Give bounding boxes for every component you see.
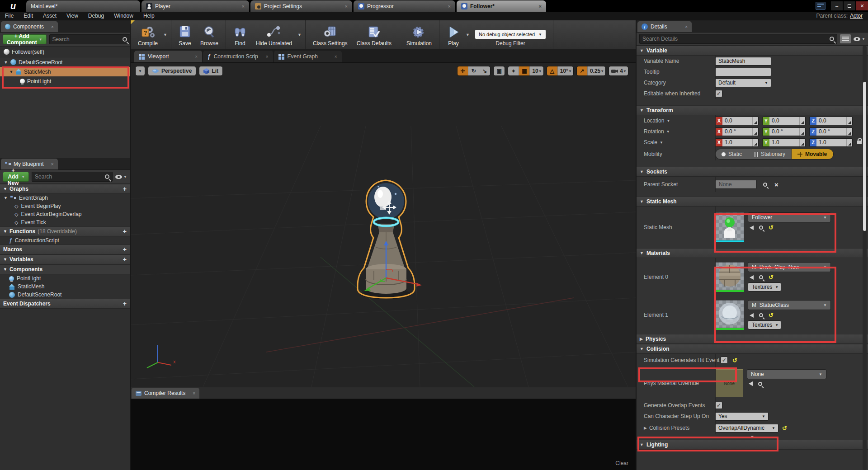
location-z-field[interactable]: Z0.0	[809, 117, 853, 125]
clear-button[interactable]: Clear	[615, 460, 628, 466]
close-window-button[interactable]: ✕	[856, 1, 868, 10]
tooltip-input[interactable]	[715, 68, 771, 76]
drag-handle[interactable]	[752, 128, 758, 136]
tab-follower[interactable]: Follower* ×	[457, 0, 546, 12]
component-root-row[interactable]: Follower(self)	[0, 47, 130, 57]
add-function-button[interactable]: +	[123, 228, 127, 235]
expander-icon[interactable]: ▼	[640, 199, 644, 204]
property-matrix-button[interactable]	[840, 34, 851, 43]
sockets-section-header[interactable]: ▼Sockets	[637, 167, 868, 177]
scale-snap-button[interactable]: ↗	[577, 66, 588, 75]
physics-section-header[interactable]: ▶Physics	[637, 334, 868, 344]
menu-asset[interactable]: Asset	[38, 13, 61, 19]
expander-icon[interactable]: ▼	[640, 108, 644, 113]
components-tab[interactable]: Components ×	[1, 21, 58, 32]
eventgraph-item[interactable]: ▼ EventGraph	[0, 194, 130, 202]
generate-overlap-checkbox[interactable]: ✓	[715, 402, 722, 409]
menu-file[interactable]: File	[0, 13, 19, 19]
viewport-3d[interactable]: ▼ Perspective Lit ✛ ↻ ↘ ▣ ⌖ ▦ 10▾ △ 10°▾…	[131, 63, 636, 387]
browse-asset-icon[interactable]	[758, 382, 762, 386]
visibility-filter-button[interactable]: ▼	[115, 175, 127, 179]
drag-handle[interactable]	[846, 117, 852, 125]
location-y-field[interactable]: Y0.0	[762, 117, 806, 125]
expander-icon[interactable]: ▼	[3, 229, 7, 234]
add-dispatcher-button[interactable]: +	[123, 301, 127, 307]
expander-icon[interactable]: ▼	[3, 257, 7, 262]
save-button[interactable]: Save	[174, 20, 196, 49]
collision-presets-dropdown[interactable]: OverlapAllDynamic▼	[715, 424, 778, 432]
tree-item-pointlight[interactable]: PointLight	[0, 76, 130, 86]
camera-speed-button[interactable]: 4▾	[609, 66, 628, 75]
tab-player[interactable]: Player ×	[142, 0, 249, 12]
mobility-movable-option[interactable]: Movable	[792, 149, 833, 159]
close-icon[interactable]: ×	[47, 24, 54, 29]
expander-icon[interactable]: ▼	[3, 187, 7, 191]
components-category-header[interactable]: ▼ Components	[0, 264, 130, 274]
var-staticmesh-item[interactable]: StaticMesh	[0, 282, 130, 291]
editable-checkbox[interactable]: ✓	[715, 90, 722, 97]
rotation-snap-value[interactable]: 10°▾	[558, 66, 573, 75]
browse-asset-icon[interactable]	[759, 313, 763, 317]
reset-to-default-icon[interactable]: ↺	[769, 312, 774, 318]
expander-icon[interactable]: ▶	[640, 337, 643, 341]
find-button[interactable]: Find	[229, 20, 251, 49]
myblueprint-search-input[interactable]	[35, 174, 105, 180]
details-tab[interactable]: i Details ×	[637, 21, 692, 32]
event-tick-item[interactable]: ◇ Event Tick	[0, 218, 130, 226]
graphs-header[interactable]: ▼ Graphs +	[0, 184, 130, 194]
drag-handle[interactable]	[752, 117, 758, 125]
tree-item-staticmesh[interactable]: ▼ StaticMesh	[0, 67, 130, 76]
sim-hit-checkbox[interactable]: ✓	[721, 357, 728, 364]
clear-socket-icon[interactable]: ×	[774, 181, 778, 188]
reset-to-default-icon[interactable]: ↺	[769, 274, 774, 280]
material1-dropdown[interactable]: M_StatueGlass▼	[748, 300, 831, 310]
menu-view[interactable]: View	[61, 13, 83, 19]
close-icon[interactable]: ×	[680, 24, 688, 29]
components-search[interactable]	[49, 34, 130, 44]
components-search-input[interactable]	[52, 36, 123, 42]
use-selected-icon[interactable]	[750, 313, 754, 318]
close-icon[interactable]: ×	[261, 54, 269, 59]
hide-unrelated-button[interactable]: Hide Unrelated	[251, 20, 297, 49]
compiler-results-tab[interactable]: Compiler Results ×	[132, 388, 199, 399]
grid-snap-value[interactable]: 10▾	[530, 66, 543, 75]
add-graph-button[interactable]: +	[123, 186, 127, 192]
tab-project-settings[interactable]: Project Settings ×	[250, 0, 352, 12]
follower-statue-mesh[interactable]	[342, 175, 446, 310]
world-local-toggle[interactable]: ▣	[494, 66, 505, 75]
expander-icon[interactable]: ▼	[4, 60, 8, 65]
event-dispatchers-header[interactable]: Event Dispatchers +	[0, 299, 130, 309]
phys-material-dropdown[interactable]: None▼	[747, 369, 826, 379]
scale-tool-button[interactable]: ↘	[479, 66, 490, 75]
tree-item-defaultsceneroot[interactable]: ▼ DefaultSceneRoot	[0, 57, 130, 67]
variable-section-header[interactable]: ▼Variable	[637, 46, 868, 56]
chevron-down-icon[interactable]: ▼	[465, 33, 471, 37]
close-icon[interactable]: ×	[188, 391, 195, 396]
menu-debug[interactable]: Debug	[83, 13, 109, 19]
scale-label-wrap[interactable]: Scale▼	[637, 139, 715, 146]
compile-button[interactable]: ? Compile	[133, 20, 162, 49]
search-socket-icon[interactable]	[763, 183, 767, 187]
rotation-y-field[interactable]: Y0.0 °	[762, 127, 806, 136]
lighting-section-header[interactable]: ▼Lighting	[637, 440, 868, 450]
expander-icon[interactable]: ▼	[640, 347, 644, 351]
functions-header[interactable]: ▼ Functions (18 Overridable) +	[0, 226, 130, 236]
perspective-button[interactable]: Perspective	[148, 66, 196, 76]
close-icon[interactable]: ×	[330, 54, 337, 59]
var-defaultsceneroot-item[interactable]: DefaultSceneRoot	[0, 291, 130, 299]
drag-handle[interactable]	[846, 139, 852, 146]
scrollbar-thumb[interactable]	[863, 82, 866, 231]
scale-z-field[interactable]: Z1.0	[809, 138, 853, 147]
expander-icon[interactable]: ▼	[640, 169, 644, 174]
material0-thumbnail[interactable]	[715, 262, 744, 292]
add-new-button[interactable]: + Add New ▼	[3, 172, 29, 182]
material1-thumbnail[interactable]	[715, 300, 744, 330]
simulation-button[interactable]: Simulation	[402, 20, 436, 49]
static-mesh-thumbnail[interactable]	[715, 212, 744, 242]
constructionscript-item[interactable]: ƒ ConstructionScript	[0, 236, 130, 244]
scale-y-field[interactable]: Y1.0	[762, 138, 806, 147]
viewport-options-button[interactable]: ▼	[135, 66, 145, 76]
play-button[interactable]: Play	[442, 20, 465, 49]
materials-section-header[interactable]: ▼Materials	[637, 248, 868, 258]
expander-icon[interactable]: ▶	[644, 426, 647, 430]
